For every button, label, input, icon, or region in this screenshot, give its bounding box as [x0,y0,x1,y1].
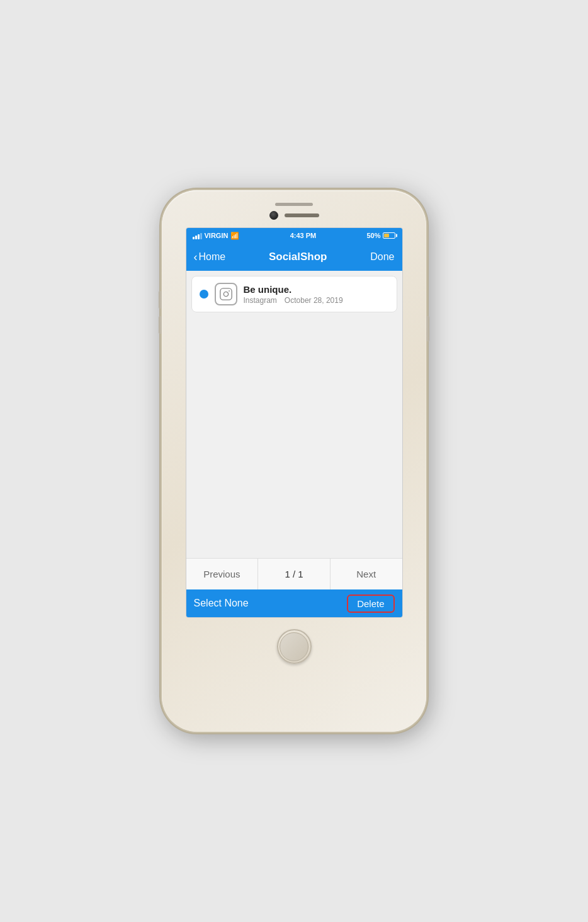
battery-icon [383,232,395,239]
volume-up-button[interactable] [159,291,162,309]
post-list: Be unique. Instagram October 28, 2019 [186,271,402,558]
phone-screen: VIRGIN 📶 4:43 PM 50% ‹ Home [186,227,403,618]
status-bar: VIRGIN 📶 4:43 PM 50% [186,228,402,243]
signal-bar-2 [195,236,197,239]
volume-down-button[interactable] [159,316,162,334]
earpiece [285,213,319,217]
next-button[interactable]: Next [330,559,402,589]
phone-body: VIRGIN 📶 4:43 PM 50% ‹ Home [162,190,426,732]
front-camera [269,211,278,220]
svg-point-2 [229,290,230,292]
action-bar: Select None Delete [186,589,402,617]
wifi-icon: 📶 [230,232,239,240]
back-button[interactable]: ‹ Home [194,251,226,264]
home-button-inner [280,632,308,661]
pagination-bar: Previous 1 / 1 Next [186,558,402,589]
camera-row [269,211,319,220]
carrier-label: VIRGIN [205,232,229,239]
status-time: 4:43 PM [290,232,317,239]
battery-percent-label: 50% [366,232,380,239]
select-none-button[interactable]: Select None [194,598,249,609]
nav-bar: ‹ Home SocialShop Done [186,243,402,271]
signal-bars [193,232,202,239]
post-title: Be unique. [244,284,389,295]
signal-bar-4 [200,233,202,239]
battery-fill [384,234,389,237]
nav-title: SocialShop [269,251,327,263]
selection-dot[interactable] [200,290,208,299]
post-meta: Instagram October 28, 2019 [244,296,389,305]
battery-container [383,232,395,239]
back-chevron-icon: ‹ [194,251,198,264]
top-speaker [275,203,313,206]
post-date: October 28, 2019 [285,296,343,305]
svg-rect-0 [220,288,231,300]
back-label: Home [199,251,226,263]
home-button[interactable] [277,629,312,664]
status-right: 50% [366,232,395,239]
power-button[interactable] [426,316,429,341]
signal-bar-3 [198,234,200,239]
signal-bar-1 [193,237,195,239]
phone-wrapper: VIRGIN 📶 4:43 PM 50% ‹ Home [143,152,445,770]
delete-button[interactable]: Delete [347,595,394,613]
instagram-icon [215,283,237,305]
content-area: Be unique. Instagram October 28, 2019 Pr… [186,271,402,589]
previous-button[interactable]: Previous [186,559,259,589]
svg-point-1 [223,292,228,296]
post-source: Instagram [244,296,277,305]
status-left: VIRGIN 📶 [193,232,240,240]
pagination-info: 1 / 1 [258,569,330,579]
volume-buttons [159,291,162,334]
post-info: Be unique. Instagram October 28, 2019 [244,284,389,305]
instagram-svg [219,287,233,301]
post-item[interactable]: Be unique. Instagram October 28, 2019 [191,276,397,312]
done-button[interactable]: Done [370,251,394,263]
